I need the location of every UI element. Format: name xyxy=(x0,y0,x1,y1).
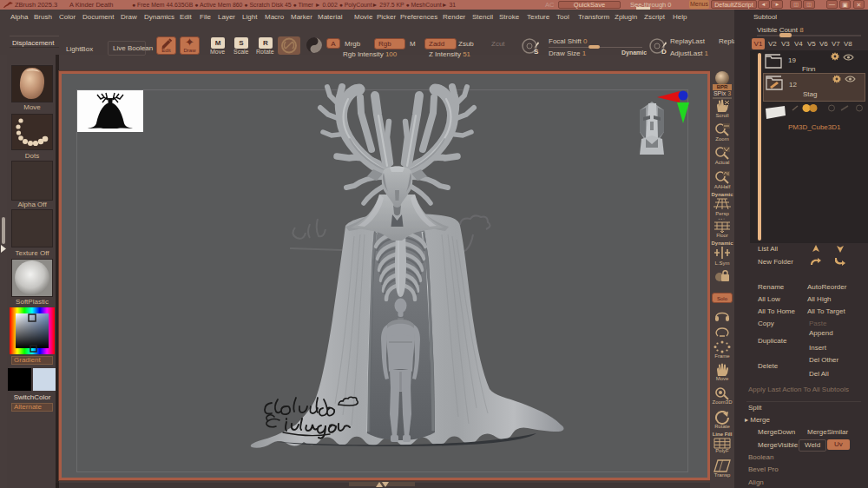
svg-text:D: D xyxy=(661,48,667,55)
svg-text:S: S xyxy=(534,48,539,55)
